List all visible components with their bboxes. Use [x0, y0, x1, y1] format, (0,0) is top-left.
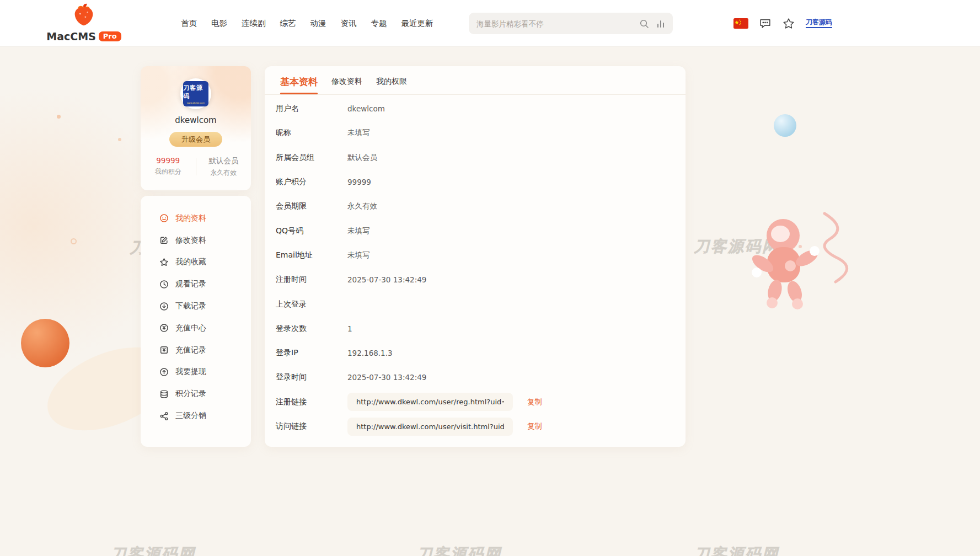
database-icon: [159, 389, 169, 399]
field-label: 登录次数: [276, 324, 347, 334]
field-value: 99999: [347, 178, 371, 186]
field-value: 2025-07-30 13:42:49: [347, 373, 426, 382]
field-value: 1: [347, 324, 352, 333]
favorites-star-icon[interactable]: [782, 17, 795, 30]
sidebar-item-recharge-records[interactable]: 充值记录: [141, 339, 251, 361]
user-smile-icon: [159, 213, 169, 223]
logo[interactable]: MacCMS Pro: [47, 2, 120, 42]
visit-link-input[interactable]: [347, 418, 513, 436]
nav-item-topics[interactable]: 专题: [371, 18, 387, 29]
profile-detail-panel: 基本资料 修改资料 我的权限 用户名 dkewlcom 昵称 未填写 所属会员组…: [265, 66, 686, 447]
brand-strawberry-icon: [71, 2, 97, 28]
dot-decoration: [57, 115, 61, 119]
field-row-login-count: 登录次数 1: [276, 317, 686, 341]
field-row-qq: QQ号码 未填写: [276, 218, 686, 243]
upgrade-member-button[interactable]: 升级会员: [169, 132, 222, 147]
points-label: 我的积分: [141, 167, 196, 177]
watermark: 刀客源码网: [416, 544, 502, 556]
edit-icon: [159, 236, 169, 245]
sidebar-item-edit-profile[interactable]: 修改资料: [141, 229, 251, 252]
sidebar-item-points-records[interactable]: 积分记录: [141, 383, 251, 405]
search-icon[interactable]: [639, 19, 649, 29]
brand-name: MacCMS: [46, 30, 96, 42]
sidebar-item-label: 我的收藏: [175, 257, 206, 267]
tab-permissions[interactable]: 我的权限: [376, 77, 407, 94]
field-label: 上次登录: [276, 300, 347, 309]
field-label: 访问链接: [276, 421, 347, 431]
sidebar-item-label: 我的资料: [175, 213, 206, 223]
field-row-visit-link: 访问链接 复制: [276, 414, 686, 439]
register-link-input[interactable]: [347, 393, 513, 411]
avatar-subtext: www.dkewl.com: [187, 101, 205, 104]
sidebar-item-label: 修改资料: [175, 236, 206, 245]
field-row-nickname: 昵称 未填写: [276, 121, 686, 145]
page: 刀客源码网 刀客源码网 刀客源码网 刀客源码网 刀客源码网 刀客源码网 刀客源码…: [0, 0, 980, 556]
field-value: 未填写: [347, 226, 370, 236]
copy-visit-link-button[interactable]: 复制: [527, 421, 542, 431]
field-value: 未填写: [347, 128, 370, 138]
field-label: Email地址: [276, 250, 347, 260]
sidebar-item-label: 我要提现: [175, 367, 206, 377]
ring-decoration: [71, 238, 77, 244]
astronaut-illustration: [742, 211, 858, 320]
watermark: 刀客源码网: [110, 544, 196, 556]
sidebar-item-download-history[interactable]: 下载记录: [141, 295, 251, 317]
field-label: 昵称: [276, 128, 347, 138]
nav-item-series[interactable]: 连续剧: [242, 18, 266, 29]
search-box: [469, 13, 673, 34]
field-row-membership-term: 会员期限 永久有效: [276, 194, 686, 218]
fields: 用户名 dkewlcom 昵称 未填写 所属会员组 默认会员 账户积分 9999…: [265, 95, 686, 439]
sidebar-item-label: 下载记录: [175, 301, 206, 311]
cn-flag-icon[interactable]: [733, 18, 748, 29]
nav-item-recent-updates[interactable]: 最近更新: [401, 18, 433, 29]
tab-edit-info[interactable]: 修改资料: [331, 77, 362, 94]
membership-label: 永久有效: [196, 168, 251, 178]
nav-item-anime[interactable]: 动漫: [310, 18, 326, 29]
field-value: dkewlcom: [347, 104, 385, 113]
header-right: 刀客源码: [733, 0, 832, 47]
sidebar-item-favorites[interactable]: 我的收藏: [141, 252, 251, 274]
sidebar-item-withdraw[interactable]: 我要提现: [141, 361, 251, 383]
nav-item-home[interactable]: 首页: [181, 18, 197, 29]
main-nav: 首页 电影 连续剧 综艺 动漫 资讯 专题 最近更新: [181, 0, 433, 47]
field-label: 登录IP: [276, 348, 347, 358]
site-logo[interactable]: 刀客源码: [806, 19, 832, 28]
field-label: 所属会员组: [276, 153, 347, 163]
field-value: 默认会员: [347, 153, 377, 163]
sidebar-item-my-profile[interactable]: 我的资料: [141, 207, 251, 229]
withdraw-icon: [159, 367, 169, 377]
copy-register-link-button[interactable]: 复制: [527, 397, 542, 407]
search-input[interactable]: [476, 19, 632, 28]
profile-card: 刀客源码 www.dkewl.com dkewlcom 升级会员 99999 我…: [141, 66, 251, 190]
field-value: 2025-07-30 13:42:49: [347, 275, 426, 284]
field-row-username: 用户名 dkewlcom: [276, 97, 686, 121]
field-label: 登录时间: [276, 372, 347, 382]
avatar-text: 刀客源码: [183, 84, 208, 100]
sidebar-item-recharge-center[interactable]: 充值中心: [141, 317, 251, 339]
membership-value: 默认会员: [196, 156, 251, 166]
nav-item-movies[interactable]: 电影: [211, 18, 227, 29]
field-row-register-time: 注册时间 2025-07-30 13:42:49: [276, 268, 686, 292]
field-label: QQ号码: [276, 226, 347, 236]
download-icon: [159, 302, 169, 311]
field-label: 注册时间: [276, 275, 347, 285]
chart-bars-icon[interactable]: [656, 19, 665, 28]
field-row-member-group: 所属会员组 默认会员: [276, 146, 686, 170]
tab-basic-info[interactable]: 基本资料: [280, 76, 318, 94]
tab-label: 我的权限: [376, 77, 407, 85]
avatar[interactable]: 刀客源码 www.dkewl.com: [180, 78, 211, 109]
sidebar-item-watch-history[interactable]: 观看记录: [141, 273, 251, 295]
points-value: 99999: [141, 156, 196, 165]
field-row-register-link: 注册链接 复制: [276, 390, 686, 414]
sidebar-item-distribution[interactable]: 三级分销: [141, 405, 251, 427]
nav-item-variety[interactable]: 综艺: [280, 18, 296, 29]
field-label: 注册链接: [276, 397, 347, 407]
field-row-account-points: 账户积分 99999: [276, 170, 686, 194]
sidebar-item-label: 充值记录: [175, 345, 206, 355]
nav-item-news[interactable]: 资讯: [341, 18, 357, 29]
field-value: 永久有效: [347, 201, 377, 211]
field-row-email: Email地址 未填写: [276, 243, 686, 268]
sidebar-item-label: 充值中心: [175, 323, 206, 333]
brand-badge: Pro: [99, 31, 121, 41]
message-icon[interactable]: [759, 17, 772, 30]
